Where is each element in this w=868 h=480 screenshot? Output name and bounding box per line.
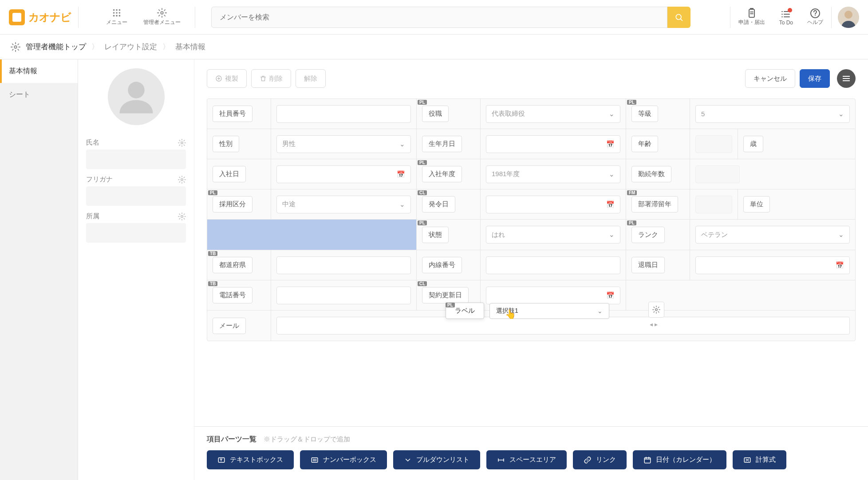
furigana-input[interactable] (86, 186, 186, 206)
cell-prefecture-input[interactable] (271, 250, 417, 280)
cell-hireyear-label[interactable]: PL入社年度 (417, 159, 481, 189)
cell-orderdate-input[interactable]: 📅 (481, 189, 626, 219)
cell-inlineno-label[interactable]: 内線番号 (417, 250, 481, 280)
cell-grade-input[interactable]: 5⌄ (690, 99, 855, 129)
calendar-icon: 📅 (397, 170, 405, 178)
label-text: 電話番号 (213, 287, 253, 303)
cell-employee-no-input[interactable] (271, 99, 417, 129)
gear-icon[interactable] (178, 176, 186, 184)
grid-row-dropzone[interactable]: PL状態 はれ⌄ PLランク ベテラン⌄ (207, 220, 855, 250)
cell-rank-input[interactable]: ベテラン⌄ (690, 220, 855, 250)
logo[interactable]: カオナビ (9, 9, 71, 25)
cell-hiredate-input[interactable]: 📅 (271, 159, 417, 189)
person-icon (116, 77, 156, 117)
gear-icon[interactable] (178, 139, 186, 147)
cell-status-input[interactable]: はれ⌄ (481, 220, 626, 250)
cell-deptstay-label[interactable]: FM部署滞留年 (626, 189, 690, 219)
cell-hiretype-input[interactable]: 中途⌄ (271, 189, 417, 219)
cell-mail-label[interactable]: メール (207, 311, 271, 341)
cell-grade-label[interactable]: PL等級 (626, 99, 690, 129)
trash-icon (260, 75, 267, 82)
belonging-input[interactable] (86, 223, 186, 243)
svg-point-7 (116, 15, 118, 17)
cell-phone-label[interactable]: TB電話番号 (207, 280, 271, 310)
cell-status-label[interactable]: PL状態 (417, 220, 481, 250)
help-label: ヘルプ (807, 19, 823, 26)
label-text: 年齢 (631, 136, 658, 152)
svg-point-16 (128, 82, 145, 98)
cell-birthday-input[interactable]: 📅 (481, 129, 626, 159)
cell-deptstay-unit[interactable]: 単位 (738, 189, 855, 219)
cell-phone-input[interactable] (271, 280, 417, 310)
nav-basic-info[interactable]: 基本情報 (0, 59, 78, 83)
request-button[interactable]: 申請・届出 (732, 5, 771, 29)
search-button[interactable] (667, 7, 690, 28)
grid-icon (112, 8, 122, 18)
part-formula[interactable]: 計算式 (733, 450, 786, 469)
request-label: 申請・届出 (738, 19, 765, 26)
delete-button[interactable]: 削除 (251, 69, 291, 88)
label-text: 等級 (631, 106, 658, 122)
save-button[interactable]: 保存 (800, 69, 830, 88)
cell-employee-no-label[interactable]: 社員番号 (207, 99, 271, 129)
cell-years-label[interactable]: 勤続年数 (626, 159, 690, 189)
cell-years-input[interactable] (690, 159, 855, 189)
nav-sheet[interactable]: シート (0, 83, 78, 106)
breadcrumb-sep: 〉 (91, 42, 99, 52)
part-textbox[interactable]: テキストボックス (207, 450, 294, 469)
field-settings-button[interactable] (648, 302, 664, 318)
label-text: 生年月日 (422, 136, 462, 152)
cell-inlineno-input[interactable] (481, 250, 626, 280)
chevron-down-icon: ⌄ (597, 307, 603, 315)
cell-position-label[interactable]: PL役職 (417, 99, 481, 129)
admin-menu-button[interactable]: 管理者メニュー (136, 5, 188, 29)
part-date[interactable]: 日付（カレンダー） (633, 450, 726, 469)
dragging-part[interactable]: PLラベル 選択肢1⌄ (446, 303, 609, 319)
cell-orderdate-label[interactable]: CL発令日 (417, 189, 481, 219)
hamburger-menu[interactable] (837, 69, 856, 88)
name-input[interactable] (86, 150, 186, 169)
search-input[interactable] (211, 7, 667, 28)
cell-prefecture-label[interactable]: TB都道府県 (207, 250, 271, 280)
cell-retiredate-input[interactable]: 📅 (690, 250, 855, 280)
cell-hireyear-input[interactable]: 1981年度⌄ (481, 159, 626, 189)
cell-position-input[interactable]: 代表取締役⌄ (481, 99, 626, 129)
todo-button[interactable]: To Do (773, 6, 799, 28)
gear-icon[interactable] (178, 212, 186, 220)
menu-button[interactable]: メニュー (99, 5, 134, 29)
gear-icon (652, 306, 660, 314)
gear-icon (157, 8, 167, 18)
part-space[interactable]: スペースエリア (486, 450, 567, 469)
cell-age-unit[interactable]: 歳 (738, 129, 855, 159)
cell-gender-input[interactable]: 男性⌄ (271, 129, 417, 159)
grid-row: 社員番号 PL役職 代表取締役⌄ PL等級 5⌄ (207, 99, 855, 129)
breadcrumb-layout[interactable]: レイアウト設定 (104, 42, 157, 52)
avatar-placeholder[interactable] (108, 68, 165, 125)
label-text: 内線番号 (422, 257, 462, 273)
name-label: 氏名 (86, 138, 99, 147)
cell-retiredate-label[interactable]: 退職日 (626, 250, 690, 280)
cell-deptstay-input[interactable] (690, 189, 738, 219)
breadcrumb-top[interactable]: 管理者機能トップ (26, 42, 86, 52)
svg-point-19 (181, 215, 183, 217)
duplicate-button[interactable]: 複製 (207, 69, 247, 88)
cell-gender-label[interactable]: 性別 (207, 129, 271, 159)
toolbar: 複製 削除 解除 キャンセル 保存 (207, 69, 856, 88)
cell-age-label[interactable]: 年齢 (626, 129, 690, 159)
part-numberbox[interactable]: ナンバーボックス (300, 450, 387, 469)
drop-zone[interactable] (207, 220, 417, 250)
part-pulldown[interactable]: プルダウンリスト (393, 450, 480, 469)
menu-label: メニュー (106, 19, 127, 26)
help-button[interactable]: ヘルプ (801, 5, 829, 29)
cell-hiretype-label[interactable]: PL採用区分 (207, 189, 271, 219)
release-button[interactable]: 解除 (296, 69, 326, 88)
cell-age-input[interactable] (690, 129, 738, 159)
cell-rank-label[interactable]: PLランク (626, 220, 690, 250)
part-link[interactable]: リンク (573, 450, 627, 469)
cell-birthday-label[interactable]: 生年月日 (417, 129, 481, 159)
cell-hiredate-label[interactable]: 入社日 (207, 159, 271, 189)
cancel-button[interactable]: キャンセル (745, 69, 795, 88)
user-avatar[interactable] (838, 7, 859, 28)
resize-handle[interactable]: ◂ ▸ (648, 320, 659, 328)
chevron-down-icon: ⌄ (399, 140, 405, 148)
